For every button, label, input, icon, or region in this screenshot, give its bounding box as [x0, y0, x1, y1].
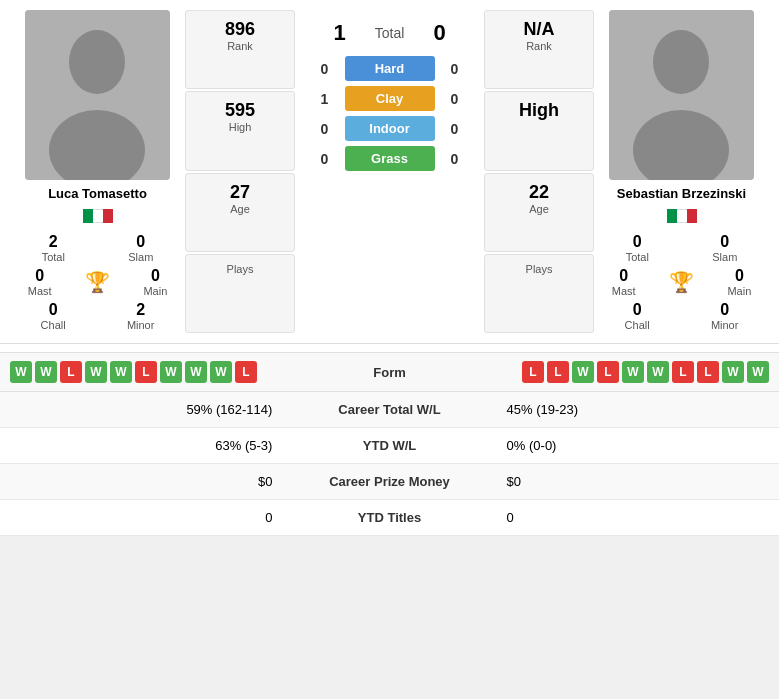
p2-slam: 0 Slam	[710, 231, 739, 265]
form-badge: L	[60, 361, 82, 383]
trophy-icon-2: 🏆	[669, 270, 694, 294]
p1-main: 0 Main	[141, 265, 169, 299]
bottom-section: WWLWWLWWWL Form LLWLWWLLWW 59% (162-114)…	[0, 352, 779, 536]
p2-mast: 0 Mast	[610, 265, 638, 299]
p2-score-clay: 0	[445, 91, 465, 107]
form-badge: W	[160, 361, 182, 383]
form-badge: W	[747, 361, 769, 383]
player1-name: Luca Tomasetto	[48, 186, 147, 201]
p2-score-indoor: 0	[445, 121, 465, 137]
stats-tbody: 59% (162-114) Career Total W/L 45% (19-2…	[0, 392, 779, 536]
svg-point-4	[653, 30, 709, 94]
form-badge: W	[210, 361, 232, 383]
p2-age-box: 22 Age	[484, 173, 594, 252]
p1-chall: 0 Chall	[39, 299, 68, 333]
player1-stats: 2 Total 0 Slam 0 Mast 🏆	[10, 223, 185, 333]
stats-row: $0 Career Prize Money $0	[0, 464, 779, 500]
player2-mid-stats: N/A Rank High 22 Age Plays	[484, 10, 594, 333]
form-badge: L	[547, 361, 569, 383]
trophy-icon: 🏆	[85, 270, 110, 294]
stat-label: YTD Titles	[286, 500, 492, 536]
p1-minor: 2 Minor	[125, 299, 157, 333]
form-row: WWLWWLWWWL Form LLWLWWLLWW	[0, 352, 779, 392]
p1-form-badges: WWLWWLWWWL	[10, 361, 340, 383]
form-badge: W	[622, 361, 644, 383]
p1-high-box: 595 High	[185, 91, 295, 170]
form-badge: L	[672, 361, 694, 383]
p2-minor: 0 Minor	[709, 299, 741, 333]
p2-plays-box: Plays	[484, 254, 594, 333]
svg-point-1	[69, 30, 125, 94]
surface-clay-btn[interactable]: Clay	[345, 86, 435, 111]
total-label: Total	[360, 25, 420, 41]
total-row: 1 Total 0	[300, 20, 479, 46]
p2-rank-box: N/A Rank	[484, 10, 594, 89]
surface-row-hard: 0 Hard 0	[300, 56, 479, 81]
form-badge: W	[10, 361, 32, 383]
form-badge: L	[697, 361, 719, 383]
form-badge: L	[135, 361, 157, 383]
p1-score-indoor: 0	[315, 121, 335, 137]
player1-card: Luca Tomasetto 2 Total 0 Slam	[10, 10, 185, 333]
p2-chall: 0 Chall	[623, 299, 652, 333]
surface-rows: 0 Hard 0 1 Clay 0 0 Indoor 0 0 Grass 0	[300, 56, 479, 171]
p2-form-badges: LLWLWWLLWW	[440, 361, 770, 383]
stat-p2-value: 0% (0-0)	[493, 428, 779, 464]
player2-stats: 0 Total 0 Slam 0 Mast 🏆	[594, 223, 769, 333]
player1-avatar	[25, 10, 170, 180]
stats-row: 59% (162-114) Career Total W/L 45% (19-2…	[0, 392, 779, 428]
surface-hard-btn[interactable]: Hard	[345, 56, 435, 81]
stats-row: 0 YTD Titles 0	[0, 500, 779, 536]
h2h-column: 1 Total 0 0 Hard 0 1 Clay 0 0 Indoor 0 0…	[295, 10, 484, 333]
p2-trophy: 🏆	[669, 265, 694, 299]
p1-total: 2 Total	[40, 231, 67, 265]
p1-rank-box: 896 Rank	[185, 10, 295, 89]
p2-main: 0 Main	[725, 265, 753, 299]
p1-slam: 0 Slam	[126, 231, 155, 265]
stat-label: Career Total W/L	[286, 392, 492, 428]
p2-score-grass: 0	[445, 151, 465, 167]
form-badge: L	[597, 361, 619, 383]
surface-indoor-btn[interactable]: Indoor	[345, 116, 435, 141]
stat-p1-value: $0	[0, 464, 286, 500]
p1-score-grass: 0	[315, 151, 335, 167]
p1-total-score: 1	[330, 20, 350, 46]
p2-total: 0 Total	[624, 231, 651, 265]
stat-p2-value: 45% (19-23)	[493, 392, 779, 428]
stats-row: 63% (5-3) YTD W/L 0% (0-0)	[0, 428, 779, 464]
p1-plays-box: Plays	[185, 254, 295, 333]
form-badge: W	[722, 361, 744, 383]
form-badge: W	[110, 361, 132, 383]
stats-table: 59% (162-114) Career Total W/L 45% (19-2…	[0, 392, 779, 536]
player2-flag	[667, 209, 697, 223]
surface-grass-btn[interactable]: Grass	[345, 146, 435, 171]
p2-high-box: High	[484, 91, 594, 170]
form-label: Form	[340, 365, 440, 380]
stat-label: YTD W/L	[286, 428, 492, 464]
p1-trophy: 🏆	[85, 265, 110, 299]
form-badge: W	[647, 361, 669, 383]
player2-name: Sebastian Brzezinski	[617, 186, 746, 201]
surface-row-grass: 0 Grass 0	[300, 146, 479, 171]
form-badge: L	[235, 361, 257, 383]
player1-mid-stats: 896 Rank 595 High 27 Age Plays	[185, 10, 295, 333]
surface-row-indoor: 0 Indoor 0	[300, 116, 479, 141]
form-badge: W	[85, 361, 107, 383]
stat-p2-value: 0	[493, 500, 779, 536]
form-badge: L	[522, 361, 544, 383]
p1-score-clay: 1	[315, 91, 335, 107]
stat-p1-value: 0	[0, 500, 286, 536]
form-badge: W	[572, 361, 594, 383]
surface-row-clay: 1 Clay 0	[300, 86, 479, 111]
stat-label: Career Prize Money	[286, 464, 492, 500]
p2-score-hard: 0	[445, 61, 465, 77]
player2-card: Sebastian Brzezinski 0 Total 0 Slam	[594, 10, 769, 333]
top-section: Luca Tomasetto 2 Total 0 Slam	[0, 0, 779, 344]
form-badge: W	[185, 361, 207, 383]
stat-p2-value: $0	[493, 464, 779, 500]
p2-total-score: 0	[430, 20, 450, 46]
stat-p1-value: 63% (5-3)	[0, 428, 286, 464]
stat-p1-value: 59% (162-114)	[0, 392, 286, 428]
p1-score-hard: 0	[315, 61, 335, 77]
p1-mast: 0 Mast	[26, 265, 54, 299]
